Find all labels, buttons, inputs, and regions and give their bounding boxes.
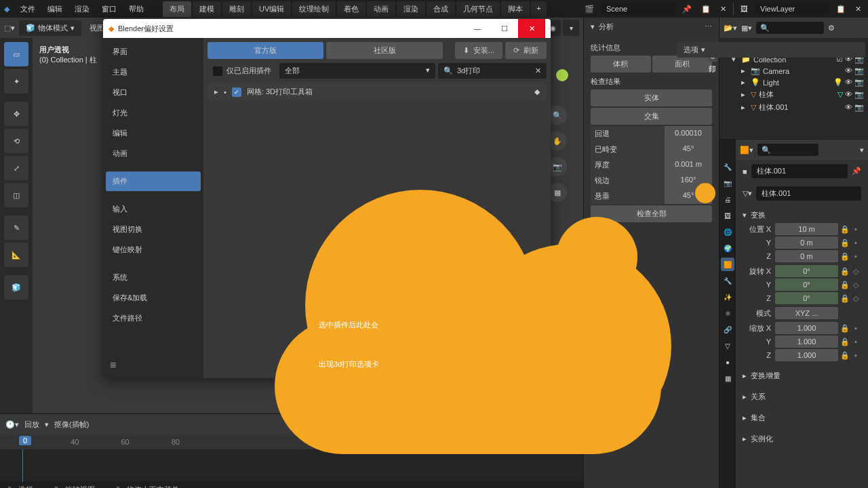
mode-select[interactable]: 🧊物体模式▾	[19, 20, 81, 36]
btn-volume[interactable]: 体积	[591, 56, 651, 73]
addon-enable-check[interactable]: ✓	[232, 87, 241, 97]
ptab-data[interactable]: ▽	[721, 339, 734, 352]
btn-intersect[interactable]: 交集	[591, 108, 712, 125]
ptab-scene[interactable]: 🌐	[721, 225, 734, 239]
tool-addcube[interactable]: 🧊	[4, 275, 28, 300]
ptab-tool[interactable]: 🔧	[721, 160, 734, 174]
panel-delta[interactable]: 变换增量	[743, 368, 861, 384]
workspace-script[interactable]: 脚本	[501, 1, 530, 17]
viewlayer-name-field[interactable]: ViewLayer	[755, 3, 829, 15]
scl-y[interactable]: 1.000	[775, 336, 838, 348]
tree-cyl2[interactable]: 柱体.001	[759, 102, 788, 113]
prefs-nav-filepaths[interactable]: 文件路径	[106, 308, 201, 328]
ptab-particles[interactable]: ✨	[721, 290, 734, 304]
editor-type-icon[interactable]: ⬚▾	[4, 24, 15, 33]
menu-window[interactable]: 窗口	[96, 1, 122, 17]
tool-annotate[interactable]: ✎	[4, 216, 28, 240]
tree-camera[interactable]: Camera	[763, 67, 789, 75]
scl-x[interactable]: 1.000	[775, 322, 838, 334]
prop-opts-icon[interactable]: ▾	[860, 146, 864, 155]
addon-category-select[interactable]: 全部▾	[279, 63, 435, 79]
tool-scale[interactable]: ⤢	[4, 156, 28, 180]
addon-tab-community[interactable]: 社区版	[326, 42, 442, 59]
rot-mode[interactable]: XYZ ...	[775, 307, 838, 319]
btn-area[interactable]: 面积	[652, 56, 713, 73]
panel-transform[interactable]: 变换	[743, 207, 861, 223]
prefs-nav-system[interactable]: 系统	[106, 268, 201, 287]
tree-light[interactable]: Light	[763, 79, 779, 87]
rot-y[interactable]: 0°	[775, 279, 838, 291]
pin-icon[interactable]: 📌	[852, 167, 861, 176]
addon-enabled-only-check[interactable]: 仅已启用插件	[208, 63, 277, 79]
addon-refresh-button[interactable]: ⟳刷新	[505, 42, 547, 59]
prefs-nav-saveload[interactable]: 保存&加载	[106, 288, 201, 308]
zoom-icon[interactable]: 🔍	[548, 106, 567, 125]
rot-z[interactable]: 0°	[775, 292, 838, 304]
viewlayer-add-icon[interactable]: 📋	[833, 3, 848, 15]
prefs-nav-lights[interactable]: 灯光	[106, 103, 201, 123]
addon-search-field[interactable]: 🔍3d打印✕	[438, 63, 547, 79]
prefs-nav-navigation[interactable]: 视图切换	[106, 220, 201, 239]
prefs-nav-interface[interactable]: 界面	[106, 42, 201, 62]
window-maximize-button[interactable]: ☐	[491, 19, 518, 38]
tree-cyl1[interactable]: 柱体	[759, 89, 774, 100]
workspace-modeling[interactable]: 建模	[193, 1, 221, 17]
outliner-type-icon[interactable]: 📂▾	[724, 24, 737, 33]
addon-expand-icon[interactable]: ▸	[214, 87, 218, 96]
npanel-analyze-title[interactable]: 分析	[599, 22, 614, 32]
outliner-filter-icon[interactable]: ⚙	[828, 24, 835, 33]
prefs-save-menu-icon[interactable]: ≡	[110, 359, 116, 371]
addon-docs-icon[interactable]: •	[224, 88, 226, 96]
outliner-display-icon[interactable]: ▦▾	[741, 24, 752, 33]
ptab-render[interactable]: 📷	[721, 176, 734, 190]
loc-x[interactable]: 10 m	[775, 223, 838, 235]
camera-icon[interactable]: 📷	[548, 157, 567, 176]
viewlayer-del-icon[interactable]: ✕	[852, 3, 864, 15]
menu-edit[interactable]: 编辑	[42, 1, 68, 17]
shade-dd-icon[interactable]: ▾	[563, 20, 579, 36]
workspace-anim[interactable]: 动画	[367, 1, 395, 17]
workspace-compositing[interactable]: 合成	[427, 1, 455, 17]
btn-solid[interactable]: 实体	[591, 89, 712, 106]
viewlayer-browse-icon[interactable]: 🖼	[738, 3, 751, 14]
ptab-object[interactable]: 🟧	[721, 258, 734, 271]
row-distort-l[interactable]: 已畸变	[591, 142, 665, 157]
ptab-viewlayer[interactable]: 🖼	[721, 209, 734, 222]
window-minimize-button[interactable]: —	[464, 19, 491, 38]
prop-object-name[interactable]: 柱体.001	[751, 164, 848, 178]
tl-cursor-line[interactable]	[22, 449, 23, 482]
ptab-texture[interactable]: ▦	[721, 371, 734, 385]
prefs-nav-animation[interactable]: 动画	[106, 144, 201, 163]
prefs-nav-addons[interactable]: 插件	[106, 171, 201, 191]
prop-type-icon[interactable]: 🟧▾	[740, 146, 753, 155]
tool-cursor[interactable]: ✦	[4, 69, 28, 94]
addon-row-3dprint[interactable]: ▸ • ✓ 网格: 3D打印工具箱 ◆	[208, 83, 547, 101]
ptab-material[interactable]: ●	[721, 355, 734, 369]
workspace-geonodes[interactable]: 几何节点	[456, 1, 500, 17]
row-thick-v[interactable]: 0.001 m	[665, 157, 712, 173]
tool-rotate[interactable]: ⟲	[4, 129, 28, 153]
tl-current-frame[interactable]: 0	[19, 436, 31, 445]
nav-gizmo-icon[interactable]	[556, 69, 568, 81]
scl-z[interactable]: 1.000	[775, 349, 838, 361]
timeline-playback[interactable]: 回放	[24, 420, 39, 430]
panel-collections[interactable]: 集合	[743, 410, 861, 426]
workspace-sculpt[interactable]: 雕刻	[222, 1, 251, 17]
menu-render[interactable]: 渲染	[69, 1, 95, 17]
ptab-modifiers[interactable]: 🔧	[721, 274, 734, 287]
ptab-constraints[interactable]: 🔗	[721, 323, 734, 336]
tool-transform[interactable]: ◫	[4, 183, 28, 207]
workspace-render[interactable]: 渲染	[397, 1, 425, 17]
menu-help[interactable]: 帮助	[123, 1, 149, 17]
tool-move[interactable]: ✥	[4, 102, 28, 126]
scene-browse-icon[interactable]: 🎬	[582, 3, 597, 15]
panel-relations[interactable]: 关系	[743, 389, 861, 405]
menu-file[interactable]: 文件	[15, 1, 41, 17]
timeline-keying[interactable]: 抠像(插帧)	[54, 420, 89, 430]
ptab-world[interactable]: 🌍	[721, 241, 734, 255]
prop-data-name[interactable]: 柱体.001	[756, 186, 861, 201]
window-close-button[interactable]: ✕	[518, 19, 545, 38]
ptab-physics[interactable]: ⚛	[721, 306, 734, 320]
workspace-uv[interactable]: UV编辑	[252, 1, 291, 17]
workspace-layout[interactable]: 布局	[163, 1, 191, 17]
